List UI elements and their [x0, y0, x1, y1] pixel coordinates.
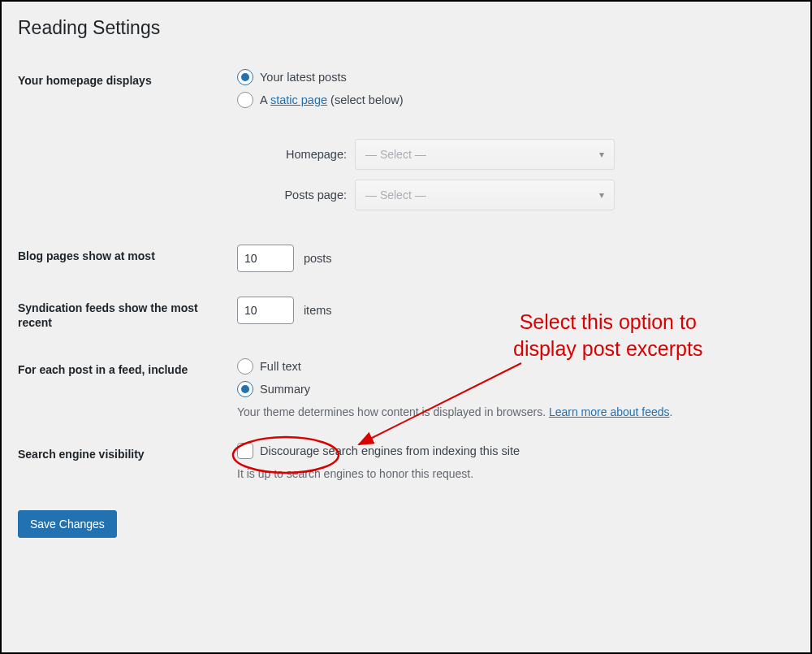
- discourage-search-checkbox[interactable]: [237, 443, 253, 459]
- feed-content-label: For each post in a feed, include: [18, 346, 229, 431]
- syndication-input[interactable]: [237, 297, 294, 324]
- settings-form-table: Your homepage displays Your latest posts…: [18, 57, 794, 492]
- static-page-link[interactable]: static page: [270, 93, 327, 106]
- chevron-down-icon: ▾: [599, 189, 604, 201]
- posts-page-dropdown[interactable]: — Select — ▾: [355, 180, 615, 210]
- radio-full-text[interactable]: [237, 358, 253, 375]
- radio-latest-posts[interactable]: [237, 69, 253, 85]
- syndication-unit: items: [304, 304, 332, 317]
- radio-latest-posts-label: Your latest posts: [260, 71, 347, 84]
- homepage-displays-label: Your homepage displays: [18, 57, 229, 232]
- radio-static-page-label: A static page (select below): [260, 93, 404, 106]
- homepage-dropdown[interactable]: — Select — ▾: [355, 139, 615, 170]
- search-visibility-description: It is up to search engines to honor this…: [237, 467, 786, 480]
- radio-summary-label: Summary: [260, 383, 310, 396]
- syndication-label: Syndication feeds show the most recent: [18, 284, 229, 346]
- radio-summary[interactable]: [237, 381, 253, 397]
- chevron-down-icon: ▾: [599, 149, 604, 160]
- blog-pages-unit: posts: [304, 252, 332, 265]
- save-changes-button[interactable]: Save Changes: [18, 510, 117, 538]
- discourage-search-label: Discourage search engines from indexing …: [260, 444, 520, 457]
- posts-page-dropdown-label: Posts page:: [261, 188, 347, 201]
- annotation-callout: Select this option to display post excer…: [513, 309, 702, 362]
- blog-pages-label: Blog pages show at most: [18, 232, 229, 284]
- search-visibility-label: Search engine visibility: [18, 431, 229, 492]
- page-title: Reading Settings: [18, 2, 794, 57]
- learn-more-feeds-link[interactable]: Learn more about feeds: [549, 405, 670, 418]
- homepage-dropdown-label: Homepage:: [261, 148, 347, 161]
- radio-static-page[interactable]: [237, 92, 253, 108]
- radio-full-text-label: Full text: [260, 360, 301, 373]
- blog-pages-input[interactable]: [237, 245, 294, 272]
- settings-page: Reading Settings Your homepage displays …: [0, 0, 812, 654]
- feed-content-description: Your theme determines how content is dis…: [237, 405, 786, 418]
